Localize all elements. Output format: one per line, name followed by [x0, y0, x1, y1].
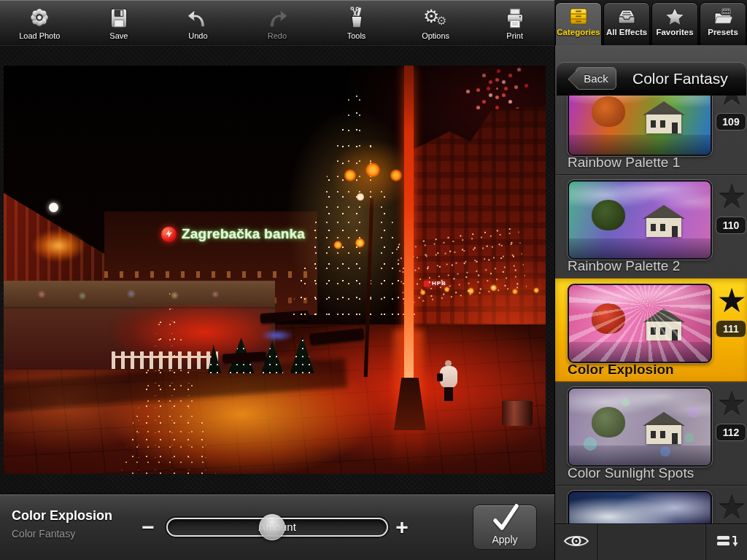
thumb-water	[569, 135, 711, 155]
effect-number-badge: 111	[716, 321, 746, 337]
thumb-tree	[592, 200, 625, 230]
thumb-water	[569, 342, 711, 362]
print-button[interactable]: Print	[480, 6, 550, 40]
panel-bottom-spacer	[597, 524, 706, 560]
apply-label: Apply	[473, 534, 536, 545]
thumb-water	[569, 446, 711, 465]
favorite-star-icon[interactable]: ★	[714, 96, 747, 115]
effect-list[interactable]: ★ 109 Rainbow Palette 1 ★ 110 Rainbow Pa…	[555, 96, 747, 524]
panel-bottom-bar	[555, 524, 747, 560]
photo-canvas[interactable]: Zagrebačka banka HPB	[4, 66, 546, 474]
thumb-house	[643, 412, 685, 446]
favorite-star-icon[interactable]: ★	[714, 486, 747, 524]
save-icon	[107, 6, 131, 31]
favorite-star-icon[interactable]: ★	[714, 175, 747, 219]
eye-icon	[563, 533, 589, 552]
effect-name: Color Explosion	[568, 362, 674, 378]
apply-button[interactable]: Apply	[473, 505, 537, 550]
effect-item[interactable]: ★	[555, 485, 747, 524]
favorite-star-icon[interactable]: ★	[714, 382, 747, 426]
thumb-water	[569, 238, 711, 258]
toolbar-label: Print	[506, 31, 523, 40]
effect-thumbnail	[568, 387, 712, 467]
toolbar-label: Save	[109, 31, 128, 40]
options-button[interactable]: ⚙⚙ Options	[400, 6, 471, 40]
load-photo-icon	[27, 6, 52, 31]
toolbar-label: Tools	[347, 31, 366, 40]
tools-button[interactable]: Tools	[322, 6, 392, 40]
tab-presets[interactable]: Presets	[700, 2, 746, 45]
effect-thumbnail	[568, 284, 712, 363]
photo-vignette	[4, 66, 546, 474]
panel-title: Color Fantasy	[632, 62, 728, 96]
effect-thumbnail	[568, 96, 712, 156]
thumb-tree	[592, 96, 625, 127]
back-button[interactable]: Back	[576, 67, 616, 90]
decrease-amount-button[interactable]: −	[136, 513, 160, 541]
current-effect-title: Color Explosion	[12, 508, 112, 524]
tools-icon	[344, 6, 369, 31]
reorder-icon	[716, 532, 739, 553]
effect-number-badge: 112	[716, 424, 746, 440]
thumb-house	[643, 308, 685, 342]
thumb-house	[643, 205, 685, 238]
toolbar-label: Undo	[188, 31, 207, 40]
print-icon	[503, 6, 527, 31]
drawers-icon	[568, 6, 589, 28]
main-toolbar: Load Photo Save Undo	[0, 0, 554, 45]
effect-name: Rainbow Palette 1	[568, 155, 680, 171]
tab-all-effects[interactable]: All Effects	[603, 2, 650, 45]
top-toolbar: Load Photo Save Undo	[0, 0, 747, 45]
save-button[interactable]: Save	[84, 6, 154, 40]
reorder-list-button[interactable]	[706, 524, 747, 560]
effect-item-selected[interactable]: ★ 111 Color Explosion	[555, 278, 747, 382]
tab-label: All Effects	[606, 28, 647, 36]
panel-header: Back Color Fantasy	[557, 62, 746, 96]
redo-button[interactable]: Redo	[242, 6, 312, 40]
undo-button[interactable]: Undo	[163, 6, 233, 40]
thumb-tree	[592, 303, 625, 334]
load-photo-button[interactable]: Load Photo	[4, 6, 74, 40]
effect-name: Rainbow Palette 2	[568, 258, 680, 274]
star-icon	[665, 6, 685, 28]
options-icon: ⚙⚙	[422, 6, 449, 31]
effect-item[interactable]: ★ 109 Rainbow Palette 1	[555, 96, 747, 175]
panel-tab-bar: Categories All Effects Favorites	[554, 0, 747, 45]
back-label: Back	[576, 68, 616, 90]
preview-original-button[interactable]	[555, 524, 597, 560]
check-icon	[489, 501, 522, 537]
effect-name: Color Sunlight Spots	[568, 465, 694, 481]
tab-label: Favorites	[656, 28, 693, 36]
tray-icon	[616, 6, 637, 28]
current-effect-category: Color Fantasy	[12, 528, 75, 540]
effect-item[interactable]: ★ 112 Color Sunlight Spots	[555, 381, 747, 486]
photo-editor-app: Load Photo Save Undo	[0, 0, 747, 560]
canvas-area: Zagrebačka banka HPB	[0, 45, 554, 560]
effect-control-bar: Color Explosion Color Fantasy − Amount +…	[0, 494, 554, 560]
tab-label: Presets	[708, 28, 738, 36]
undo-icon	[185, 6, 210, 31]
tab-label: Categories	[557, 28, 600, 36]
thumb-tree	[592, 407, 625, 438]
redo-icon	[265, 6, 290, 31]
tab-categories[interactable]: Categories	[555, 2, 602, 45]
thumb-house	[643, 101, 685, 135]
effect-thumbnail	[568, 491, 712, 524]
increase-amount-button[interactable]: +	[390, 513, 414, 541]
favorite-star-icon[interactable]: ★	[714, 279, 747, 322]
toolbar-label: Load Photo	[19, 31, 60, 40]
toolbar-label: Options	[422, 31, 449, 40]
effect-number-badge: 110	[716, 217, 746, 233]
effect-number-badge: 109	[716, 114, 746, 130]
tab-favorites[interactable]: Favorites	[651, 2, 698, 45]
folder-film-icon	[713, 6, 733, 28]
effect-thumbnail	[568, 180, 712, 260]
effect-item[interactable]: ★ 110 Rainbow Palette 2	[555, 174, 747, 279]
effects-panel: Back Color Fantasy ★ 109 Rainbow Palette…	[554, 45, 747, 560]
toolbar-label: Redo	[268, 31, 287, 40]
slider-thumb[interactable]	[259, 514, 285, 540]
